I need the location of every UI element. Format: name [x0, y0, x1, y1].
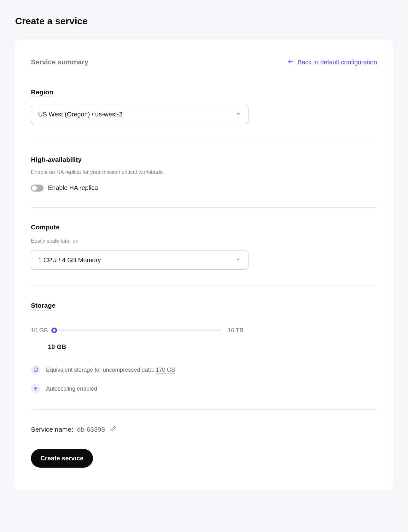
compute-subtext: Easily scale later on [31, 238, 377, 244]
back-to-default-label: Back to default configuration [298, 59, 377, 66]
compute-select[interactable]: 1 CPU / 4 GB Memory [31, 251, 248, 270]
back-to-default-link[interactable]: Back to default configuration [288, 58, 377, 66]
storage-current-value: 10 GB [48, 343, 377, 351]
region-select[interactable]: US West (Oregon) / us-west-2 [31, 105, 248, 124]
arrow-up-icon [31, 384, 40, 393]
service-name-value: db-63398 [77, 426, 105, 433]
storage-label: Storage [31, 302, 55, 310]
svg-point-1 [34, 368, 38, 369]
service-summary-heading: Service summary [31, 58, 88, 66]
create-service-button[interactable]: Create service [31, 449, 93, 468]
arrow-left-icon [288, 58, 294, 66]
edit-service-name-button[interactable] [110, 425, 116, 433]
database-icon [31, 365, 40, 375]
storage-autoscaling-text: Autoscaling enabled [46, 386, 97, 392]
ha-label: High-availability [31, 156, 82, 163]
storage-equivalent-text: Equivalent storage for uncompressed data… [46, 367, 175, 373]
storage-equivalent-value: 170 GB [156, 367, 175, 374]
ha-toggle-label: Enable HA replica [48, 184, 98, 192]
region-select-value: US West (Oregon) / us-west-2 [38, 111, 122, 118]
compute-select-value: 1 CPU / 4 GB Memory [38, 257, 101, 264]
storage-max-label: 16 TB [228, 327, 243, 334]
divider [31, 286, 377, 286]
service-summary-card: Service summary Back to default configur… [15, 39, 393, 490]
chevron-down-icon [236, 257, 241, 264]
region-label: Region [31, 88, 53, 97]
storage-min-label: 10 GB [31, 327, 48, 334]
divider [31, 409, 377, 410]
ha-toggle[interactable] [31, 185, 44, 192]
service-name-label: Service name: [31, 426, 73, 433]
pencil-icon [110, 425, 116, 433]
chevron-down-icon [236, 111, 241, 118]
ha-subtext: Enable an HA replica for your mission cr… [31, 169, 377, 175]
storage-slider[interactable] [54, 329, 221, 331]
storage-slider-handle[interactable] [51, 328, 57, 333]
compute-label: Compute [31, 223, 60, 232]
divider [31, 140, 377, 140]
page-title: Create a service [15, 16, 393, 27]
divider [31, 207, 377, 208]
